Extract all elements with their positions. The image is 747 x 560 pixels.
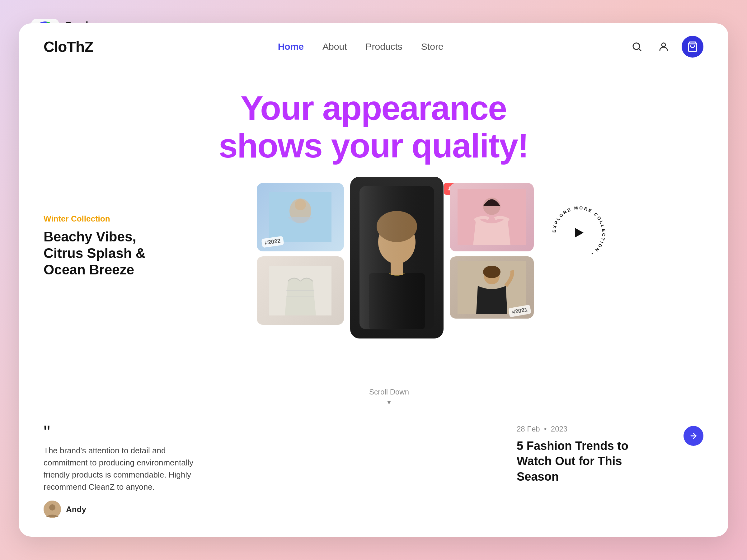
image-col-right: #2021 — [450, 183, 534, 319]
right-spacer — [635, 177, 703, 412]
images-grid: ▶ #2023Edition #2022 — [168, 177, 622, 412]
quote-section: " The brand's attention to detail and co… — [44, 425, 261, 518]
nav-products[interactable]: Products — [365, 42, 402, 52]
tag-2022: #2022 — [261, 236, 284, 248]
author-name: Andy — [66, 505, 86, 514]
quote-mark: " — [44, 425, 261, 439]
image-center-main — [350, 177, 443, 339]
author-row: Andy — [44, 501, 261, 518]
image-2022: #2022 — [257, 183, 344, 251]
scroll-down-arrow: ▼ — [386, 399, 392, 406]
svg-point-27 — [49, 504, 55, 510]
search-button[interactable] — [628, 38, 646, 55]
brand-logo: CloThZ — [44, 38, 93, 55]
news-arrow-button[interactable] — [684, 426, 703, 446]
bottom-section: " The brand's attention to detail and co… — [19, 412, 728, 537]
content-area: Winter Collection Beachy Vibes, Citrus S… — [19, 177, 728, 412]
main-nav: Home About Products Store — [278, 42, 443, 52]
scroll-down-label: Scroll Down — [369, 388, 409, 396]
quote-text: The brand's attention to detail and comm… — [44, 445, 205, 493]
nav-about[interactable]: About — [323, 42, 347, 52]
svg-point-4 — [662, 43, 666, 47]
nav-store[interactable]: Store — [421, 42, 443, 52]
site-header: CloThZ Home About Products Store — [19, 23, 728, 70]
collection-label: Winter Collection — [44, 214, 156, 224]
svg-point-8 — [295, 199, 306, 210]
main-card: CloThZ Home About Products Store — [19, 23, 728, 537]
collection-title: Beachy Vibes, Citrus Splash & Ocean Bree… — [44, 229, 156, 278]
scroll-container: Scroll Down ▼ — [280, 425, 498, 431]
news-date: 28 Feb • 2023 — [517, 425, 703, 433]
header-icons — [628, 36, 703, 58]
svg-rect-18 — [360, 186, 434, 329]
svg-marker-25 — [575, 228, 584, 237]
image-col-left: #2022 — [257, 183, 344, 325]
news-title: 5 Fashion Trends to Watch Out for This S… — [517, 438, 666, 484]
svg-point-23 — [483, 266, 500, 278]
svg-line-3 — [639, 49, 641, 51]
cart-button[interactable] — [681, 36, 703, 58]
user-button[interactable] — [655, 38, 672, 55]
scroll-down-button[interactable]: Scroll Down ▼ — [369, 388, 409, 406]
author-avatar — [44, 501, 61, 518]
hero-title: Your appearance shows your quality! — [19, 89, 728, 164]
left-info: Winter Collection Beachy Vibes, Citrus S… — [44, 177, 156, 412]
image-black-model: #2021 — [450, 256, 534, 319]
hero-section: Your appearance shows your quality! — [19, 89, 728, 164]
image-pink-model — [450, 183, 534, 251]
news-section: 28 Feb • 2023 5 Fashion Trends to Watch … — [517, 425, 703, 484]
explore-more-circular[interactable]: EXPLORE MORE COLLECTION • — [548, 202, 610, 264]
nav-home[interactable]: Home — [278, 42, 304, 52]
image-sweater — [257, 256, 344, 325]
